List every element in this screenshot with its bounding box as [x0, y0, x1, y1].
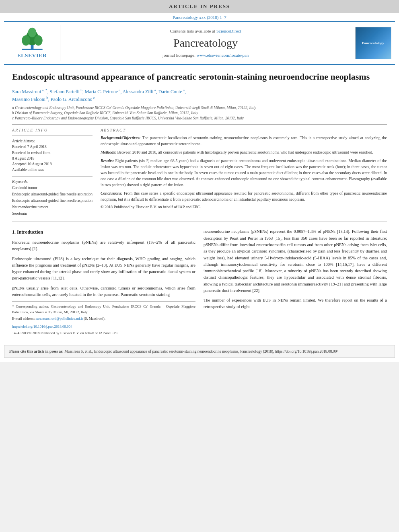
- keywords-list: Carcinoid tumor Endoscopic ultrasound-gu…: [12, 185, 93, 217]
- contents-line: Contents lists available at ScienceDirec…: [170, 29, 241, 33]
- results-label: Results:: [101, 158, 114, 163]
- body-two-col: 1. Introduction Pancreatic neuroendocrin…: [12, 228, 387, 336]
- journal-title: Pancreatology: [173, 37, 238, 49]
- divider-3: [12, 176, 93, 177]
- right-para-2: The number of experiences with EUS in NE…: [204, 297, 387, 310]
- keyword-4: Neuroendocrine tumors: [12, 204, 93, 210]
- author-dario: Dario Conte: [158, 89, 182, 94]
- author-sara: Sara Massironi: [12, 89, 41, 94]
- header-center: Contents lists available at ScienceDirec…: [60, 25, 351, 61]
- background-label: Background/Objectives:: [101, 136, 140, 140]
- header-left: ELSEVIER: [4, 25, 60, 61]
- sup-c2: c: [92, 96, 95, 100]
- keywords-label: Keywords:: [12, 180, 93, 184]
- doi-url[interactable]: https://doi.org/10.1016/j.pan.2018.08.00…: [12, 325, 72, 329]
- homepage-url[interactable]: www.elsevier.com/locate/pan: [197, 53, 249, 58]
- citation-bold: Please cite this article in press as:: [9, 349, 64, 353]
- conclusions-label: Conclusions:: [101, 191, 122, 195]
- citation-text: Massironi S, et al., Endoscopic ultrasou…: [64, 349, 339, 353]
- available-online: Available online xxx: [12, 167, 93, 173]
- journal-volume-text: Pancreatology xxx (2018) 1–7: [173, 15, 226, 20]
- methods-text: Between 2010 and 2016, all consecutive p…: [117, 150, 373, 154]
- author-maria: Maria C. Petrone: [85, 89, 118, 94]
- authors-line: Sara Massironi a, *, Stefano Partelli b,…: [12, 88, 387, 103]
- doi-copyright: 1424-3903/© 2018 Published by Elsevier B…: [12, 331, 195, 336]
- abstract-header: ABSTRACT: [101, 128, 387, 132]
- revised-date: 8 August 2018: [12, 156, 93, 161]
- doi-link[interactable]: https://doi.org/10.1016/j.pan.2018.08.00…: [12, 324, 195, 330]
- svg-point-3: [34, 35, 43, 46]
- email-address[interactable]: sara.massironi@policlinico.mi.it: [35, 316, 83, 320]
- journal-line: Pancreatology xxx (2018) 1–7: [0, 13, 399, 21]
- section-number: 1.: [12, 229, 16, 235]
- journal-thumbnail: Pancreatology: [355, 27, 391, 59]
- svg-point-2: [22, 35, 30, 46]
- main-content: Endoscopic ultrasound appearance of panc…: [0, 65, 399, 340]
- banner-text: ARTICLE IN PRESS: [169, 3, 230, 9]
- email-label: E-mail address:: [12, 316, 35, 320]
- sup-a2: a: [154, 88, 156, 92]
- elsevier-label: ELSEVIER: [17, 52, 47, 59]
- intro-para-1: Pancreatic neuroendocrine neoplasms (pNE…: [12, 239, 195, 253]
- methods-label: Methods:: [101, 150, 116, 154]
- thumbnail-text: Pancreatology: [362, 41, 384, 45]
- article-info-col: ARTICLE INFO Article history: Received 7…: [12, 128, 93, 217]
- author-alessandra: Alessandra Zilli: [123, 89, 154, 94]
- body-col-right: neuroendocrine neoplasms (pSNENs) repres…: [204, 228, 387, 336]
- sup-a3: a: [182, 88, 185, 92]
- footnote-corresponding: * Corresponding author. Gastroenterology…: [12, 304, 195, 315]
- page: ARTICLE IN PRESS Pancreatology xxx (2018…: [0, 0, 399, 362]
- keyword-3: Endoscopic ultrasound-guided fine needle…: [12, 197, 93, 204]
- abstract-results: Results: Eight patients (six F, median a…: [101, 158, 387, 188]
- intro-section-title: 1. Introduction: [12, 228, 195, 236]
- results-text: Eight patients (six F, median age 68.5 y…: [101, 158, 387, 187]
- author-stefano: Stefano Partelli: [50, 89, 80, 94]
- abstract-copyright: © 2018 Published by Elsevier B.V. on beh…: [101, 205, 387, 209]
- divider-2: [12, 136, 93, 136]
- keyword-1: Carcinoid tumor: [12, 185, 93, 191]
- body-col-left: 1. Introduction Pancreatic neuroendocrin…: [12, 228, 195, 336]
- journal-homepage: journal homepage: www.elsevier.com/locat…: [162, 53, 249, 58]
- intro-para-2: Endoscopic ultrasound (EUS) is a key tec…: [12, 256, 195, 282]
- history-label: Article history:: [12, 139, 93, 143]
- sciencedirect-link[interactable]: ScienceDirect: [216, 29, 241, 33]
- abstract-background: Background/Objectives: The pancreatic lo…: [101, 135, 387, 147]
- abstract-methods: Methods: Between 2010 and 2016, all cons…: [101, 149, 387, 155]
- article-in-press-banner: ARTICLE IN PRESS: [0, 0, 399, 13]
- sup-b1: b: [80, 88, 82, 92]
- article-title: Endoscopic ultrasound appearance of panc…: [12, 71, 387, 83]
- keyword-5: Serotonin: [12, 210, 93, 217]
- homepage-label: journal homepage:: [162, 53, 195, 58]
- info-abstract-section: ARTICLE INFO Article history: Received 7…: [12, 128, 387, 217]
- svg-point-4: [28, 28, 36, 37]
- author-massimo: Massimo Falconi: [12, 97, 45, 102]
- conclusions-text: From this case series a specific endosco…: [101, 191, 387, 201]
- sup-b2: b: [45, 96, 48, 100]
- sup-a1: a, *: [41, 88, 47, 92]
- footnote-email: E-mail address: sara.massironi@policlini…: [12, 316, 195, 322]
- abstract-conclusions: Conclusions: From this case series a spe…: [101, 190, 387, 202]
- keyword-2: Endoscopic ultrasound-guided fine needle…: [12, 191, 93, 197]
- author-paolo: Paolo G. Arcidiacono: [51, 97, 93, 102]
- svg-rect-5: [22, 49, 42, 50]
- divider-4: [12, 222, 387, 222]
- affiliation-a: a Gastroenterology and Endoscopy Unit, F…: [12, 105, 387, 111]
- header-right: Pancreatology: [351, 25, 395, 61]
- sup-c1: c: [118, 88, 120, 92]
- revised-label: Received in revised form: [12, 150, 93, 156]
- citation-box: Please cite this article in press as: Ma…: [4, 345, 395, 358]
- email-author: (S. Massironi).: [84, 316, 105, 320]
- affiliation-c: c Pancreato-Biliary Endoscopy and Endoso…: [12, 116, 387, 121]
- affiliations: a Gastroenterology and Endoscopy Unit, F…: [12, 105, 387, 121]
- header-section: ELSEVIER Contents lists available at Sci…: [4, 21, 395, 65]
- affiliation-b: b Division of Pancreatic Surgery, Ospeda…: [12, 111, 387, 116]
- section-title-text: Introduction: [17, 229, 43, 235]
- divider-1: [12, 124, 387, 125]
- right-para-1: neuroendocrine neoplasms (pSNENs) repres…: [204, 228, 387, 294]
- contents-text: Contents lists available at: [170, 29, 215, 33]
- elsevier-tree-icon: [16, 27, 48, 51]
- background-text: The pancreatic localization of serotonin…: [101, 136, 387, 146]
- elsevier-logo-box: ELSEVIER: [16, 27, 48, 59]
- received-date: Received 7 April 2018: [12, 144, 93, 150]
- intro-para-3: pNENs usually arise from islet cells. Ot…: [12, 285, 195, 298]
